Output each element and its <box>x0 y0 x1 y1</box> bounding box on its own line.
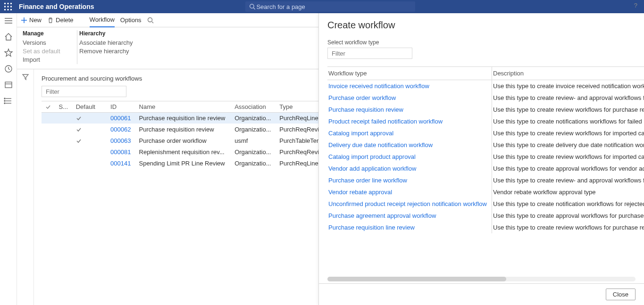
help-icon[interactable]: ? <box>634 2 637 9</box>
dialog-col-type[interactable]: Workflow type <box>327 67 492 80</box>
workflow-type-desc: Use this type to create approval workflo… <box>492 210 644 222</box>
row-id[interactable]: 000141 <box>107 158 135 169</box>
svg-rect-15 <box>5 82 12 88</box>
check-icon <box>76 115 103 121</box>
workflow-type-desc: Use this type to create notifications wo… <box>492 115 644 127</box>
col-id[interactable]: ID <box>107 101 135 113</box>
workflow-type-row[interactable]: Purchase requisition line reviewUse this… <box>327 222 644 233</box>
dialog-horizontal-scrollbar[interactable] <box>327 277 636 281</box>
svg-rect-3 <box>4 6 6 8</box>
workflow-type-desc: Use this type to create review- and appr… <box>492 92 644 104</box>
table-row[interactable]: 000141Spending Limit PR Line ReviewOrgan… <box>42 158 343 169</box>
dialog-filter[interactable] <box>327 48 412 59</box>
workflow-type-link[interactable]: Product receipt failed notification work… <box>327 115 492 127</box>
tab-options-label: Options <box>120 16 142 24</box>
new-button[interactable]: New <box>21 16 42 24</box>
manage-import[interactable]: Import <box>23 56 67 64</box>
search-actions-icon[interactable] <box>147 17 154 24</box>
row-name: Purchase order workflow <box>135 135 231 147</box>
svg-line-26 <box>152 22 153 23</box>
app-launcher-icon[interactable] <box>4 2 12 11</box>
global-search-input[interactable] <box>255 3 411 11</box>
workflow-type-row[interactable]: Invoice received notification workflowUs… <box>327 80 644 92</box>
row-id[interactable]: 000063 <box>107 135 135 147</box>
workflow-type-link[interactable]: Catalog import approval <box>327 127 492 139</box>
col-name[interactable]: Name <box>135 101 231 113</box>
workflow-type-row[interactable]: Purchase agreement approval workflowUse … <box>327 210 644 222</box>
check-icon <box>76 138 103 144</box>
col-s[interactable]: S... <box>55 101 72 113</box>
home-icon[interactable] <box>4 32 13 41</box>
tab-options[interactable]: Options <box>120 16 142 24</box>
svg-rect-5 <box>10 6 12 8</box>
workflow-type-link[interactable]: Purchase requisition line review <box>327 222 492 233</box>
manage-versions[interactable]: Versions <box>23 39 67 47</box>
workflow-type-link[interactable]: Purchase order workflow <box>327 92 492 104</box>
workflow-type-desc: Use this type to create review workflows… <box>492 222 644 233</box>
group-hierarchy-title: Hierarchy <box>79 30 133 37</box>
table-row[interactable]: 000061Purchase requisition line reviewOr… <box>42 113 343 124</box>
workflow-grid: S... Default ID Name Association Type 00… <box>42 101 343 169</box>
row-association: usmf <box>231 135 276 147</box>
filter-pane-icon[interactable] <box>22 73 29 305</box>
workspaces-icon[interactable] <box>4 80 13 90</box>
workflow-type-row[interactable]: Catalog import approvalUse this type to … <box>327 127 644 139</box>
delete-label: Delete <box>56 16 74 24</box>
col-association[interactable]: Association <box>231 101 276 113</box>
svg-line-10 <box>253 8 255 9</box>
workflow-type-link[interactable]: Purchase order line workflow <box>327 174 492 186</box>
col-default[interactable]: Default <box>72 101 107 113</box>
workflow-type-row[interactable]: Unconfirmed product receipt rejection no… <box>327 198 644 210</box>
favorite-icon[interactable] <box>4 48 13 58</box>
check-icon <box>76 127 103 132</box>
grid-filter[interactable] <box>42 86 126 97</box>
table-row[interactable]: 000063Purchase order workflowusmfPurchTa… <box>42 135 343 147</box>
workflow-type-row[interactable]: Purchase order workflowUse this type to … <box>327 92 644 104</box>
hierarchy-remove[interactable]: Remove hierarchy <box>79 47 133 56</box>
dialog-filter-input[interactable] <box>331 49 412 58</box>
workflow-type-link[interactable]: Purchase agreement approval workflow <box>327 210 492 222</box>
svg-point-21 <box>4 100 5 101</box>
workflow-type-row[interactable]: Vendor add application workflowUse this … <box>327 163 644 174</box>
workflow-type-row[interactable]: Purchase requisition reviewUse this type… <box>327 104 644 115</box>
svg-rect-6 <box>4 9 6 10</box>
modules-icon[interactable] <box>4 96 13 106</box>
row-id[interactable]: 000061 <box>107 113 135 124</box>
row-id[interactable]: 000081 <box>107 147 135 158</box>
workflow-type-link[interactable]: Vendor add application workflow <box>327 163 492 174</box>
table-row[interactable]: 000081Replenishment requisition rev...Or… <box>42 147 343 158</box>
tab-workflow[interactable]: Workflow <box>90 13 115 27</box>
workflow-type-row[interactable]: Product receipt failed notification work… <box>327 115 644 127</box>
workflow-type-link[interactable]: Delivery due date notification workflow <box>327 139 492 151</box>
svg-point-22 <box>4 103 5 104</box>
create-workflow-dialog: Create workflow Select workflow type Wor… <box>318 13 644 305</box>
svg-rect-2 <box>10 3 12 4</box>
close-button[interactable]: Close <box>606 289 636 300</box>
row-id[interactable]: 000062 <box>107 124 135 135</box>
recent-icon[interactable] <box>4 64 13 74</box>
hamburger-icon[interactable] <box>4 16 13 25</box>
workflow-type-link[interactable]: Vendor rebate approval <box>327 186 492 198</box>
global-search[interactable] <box>245 1 415 12</box>
col-select[interactable] <box>42 101 55 113</box>
workflow-type-link[interactable]: Purchase requisition review <box>327 104 492 115</box>
workflow-type-link[interactable]: Catalog import product approval <box>327 151 492 163</box>
workflow-type-link[interactable]: Unconfirmed product receipt rejection no… <box>327 198 492 210</box>
row-association: Organizatio... <box>231 113 276 124</box>
row-association: Organizatio... <box>231 158 276 169</box>
workflow-type-row[interactable]: Vendor rebate approvalVendor rebate work… <box>327 186 644 198</box>
row-name: Replenishment requisition rev... <box>135 147 231 158</box>
workflow-type-row[interactable]: Catalog import product approvalUse this … <box>327 151 644 163</box>
workflow-type-link[interactable]: Invoice received notification workflow <box>327 80 492 92</box>
dialog-col-desc[interactable]: Description <box>492 67 644 80</box>
grid-filter-input[interactable] <box>45 88 126 96</box>
table-row[interactable]: 000062Purchase requisition reviewOrganiz… <box>42 124 343 135</box>
hierarchy-associate[interactable]: Associate hierarchy <box>79 39 133 47</box>
workflow-type-row[interactable]: Purchase order line workflowUse this typ… <box>327 174 644 186</box>
workflow-type-row[interactable]: Delivery due date notification workflowU… <box>327 139 644 151</box>
svg-rect-1 <box>8 3 9 4</box>
svg-point-25 <box>148 17 152 22</box>
delete-button[interactable]: Delete <box>47 16 74 24</box>
svg-rect-8 <box>10 9 12 10</box>
manage-set-default: Set as default <box>23 47 67 56</box>
